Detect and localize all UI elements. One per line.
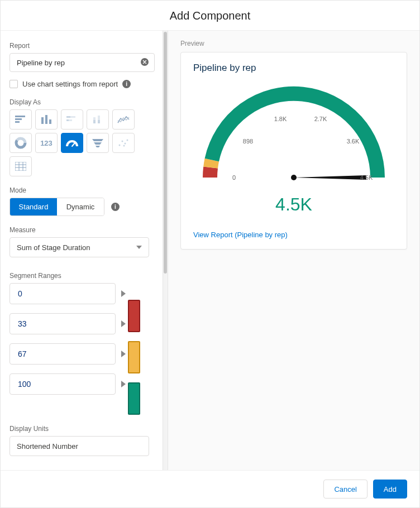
svg-point-22 (122, 141, 123, 142)
svg-rect-7 (66, 116, 70, 118)
gauge-tick: 1.8K (274, 116, 287, 122)
gauge-value: 4.5K (193, 194, 394, 215)
segment-ranges-label: Segment Ranges (9, 272, 155, 280)
chevron-down-icon (136, 246, 142, 249)
segment-color-column (128, 283, 140, 415)
segment-range-input-1[interactable] (9, 313, 116, 334)
svg-rect-3 (15, 121, 20, 123)
chart-type-donut[interactable] (9, 133, 32, 153)
svg-marker-18 (92, 139, 103, 141)
scrollbar[interactable] (163, 31, 168, 470)
segment-ranges (9, 283, 155, 415)
measure-value: Sum of Stage Duration (17, 243, 90, 252)
report-input-field[interactable] (16, 58, 141, 68)
range-marker-icon (121, 351, 126, 357)
svg-rect-5 (45, 115, 47, 124)
svg-rect-2 (15, 118, 22, 120)
svg-marker-31 (294, 175, 366, 180)
mode-dynamic[interactable]: Dynamic (57, 198, 104, 215)
svg-marker-20 (96, 146, 100, 147)
dialog-title: Add Component (1, 1, 419, 31)
gauge-tick: 898 (243, 138, 253, 145)
chart-type-gauge[interactable] (61, 133, 83, 153)
display-units-select[interactable]: Shortened Number (9, 436, 149, 456)
gauge-tick: 4.5K (360, 174, 373, 181)
svg-point-25 (123, 145, 125, 147)
mode-label: Mode (9, 186, 155, 194)
gauge-tick: 3.6K (347, 138, 360, 145)
view-report-link[interactable]: View Report (Pipeline by rep) (193, 231, 288, 239)
report-input[interactable] (9, 53, 155, 72)
gauge-tick: 2.7K (314, 116, 327, 122)
svg-point-32 (291, 175, 297, 180)
segment-color-swatch-red[interactable] (128, 300, 140, 332)
display-units-value: Shortened Number (17, 442, 78, 451)
segment-color-swatch-teal[interactable] (128, 382, 140, 415)
svg-rect-12 (93, 120, 96, 123)
segment-range-input-2[interactable] (9, 343, 116, 365)
use-chart-settings-label: Use chart settings from report (22, 80, 118, 88)
report-label: Report (9, 42, 155, 50)
svg-marker-19 (94, 142, 102, 145)
config-panel: Report Use chart settings from report i … (1, 31, 163, 470)
chart-type-table[interactable] (9, 156, 32, 176)
info-icon[interactable]: i (122, 80, 131, 88)
mode-segmented: Standard Dynamic (9, 198, 104, 216)
svg-point-24 (127, 140, 128, 141)
preview-card-title: Pipeline by rep (193, 63, 394, 74)
svg-point-23 (125, 143, 126, 145)
svg-rect-10 (69, 119, 72, 121)
chart-type-funnel[interactable] (87, 133, 109, 153)
gauge-chart: 0 898 1.8K 2.7K 3.6K 4.5K (193, 77, 394, 194)
chart-type-vbar[interactable] (35, 109, 58, 130)
segment-range-input-0[interactable] (9, 283, 116, 304)
segment-range-row (9, 343, 126, 365)
gauge-tick: 0 (232, 174, 236, 181)
svg-rect-13 (98, 116, 100, 120)
chart-type-scatter[interactable] (112, 133, 135, 153)
measure-select[interactable]: Sum of Stage Duration (9, 237, 149, 257)
svg-rect-11 (93, 117, 96, 120)
svg-rect-1 (15, 116, 25, 117)
range-marker-icon (121, 320, 126, 327)
chart-type-stacked-vbar[interactable] (87, 109, 109, 130)
segment-range-row (9, 283, 126, 304)
segment-range-input-3[interactable] (9, 373, 116, 395)
cancel-button[interactable]: Cancel (323, 480, 367, 499)
chart-type-metric[interactable]: 123 (35, 133, 58, 153)
display-as-label: Display As (9, 98, 155, 106)
svg-rect-26 (15, 162, 26, 171)
measure-label: Measure (9, 226, 155, 234)
clear-icon[interactable] (141, 58, 149, 68)
segment-range-row (9, 313, 126, 334)
info-icon[interactable]: i (111, 203, 120, 211)
use-chart-settings-row: Use chart settings from report i (9, 80, 155, 88)
svg-rect-8 (70, 116, 75, 118)
chart-type-grid: 123 (9, 109, 141, 176)
chart-type-hbar[interactable] (9, 109, 32, 130)
use-chart-settings-checkbox[interactable] (9, 80, 18, 88)
segment-color-swatch-amber[interactable] (128, 341, 140, 373)
scrollbar-thumb[interactable] (164, 32, 167, 274)
svg-rect-14 (98, 120, 100, 123)
display-units-label: Display Units (9, 425, 155, 433)
add-component-dialog: Add Component Report Use chart settings … (0, 0, 420, 508)
svg-rect-6 (49, 119, 51, 124)
svg-line-17 (72, 143, 75, 146)
chart-type-stacked-hbar[interactable] (61, 109, 83, 130)
mode-standard[interactable]: Standard (10, 198, 57, 215)
range-marker-icon (121, 290, 126, 297)
mode-row: Standard Dynamic i (9, 198, 155, 216)
dialog-footer: Cancel Add (1, 470, 419, 507)
svg-rect-9 (66, 119, 69, 121)
add-button[interactable]: Add (373, 480, 407, 499)
svg-rect-4 (41, 117, 44, 124)
svg-point-21 (119, 145, 121, 146)
range-marker-icon (121, 381, 126, 387)
preview-card: Pipeline by rep 0 898 1.8K 2.7K (180, 52, 407, 250)
segment-range-row (9, 373, 126, 395)
chart-type-line[interactable] (112, 109, 135, 130)
dialog-body: Report Use chart settings from report i … (1, 31, 419, 470)
preview-label: Preview (180, 40, 407, 47)
preview-panel: Preview Pipeline by rep 0 898 1. (168, 31, 419, 470)
